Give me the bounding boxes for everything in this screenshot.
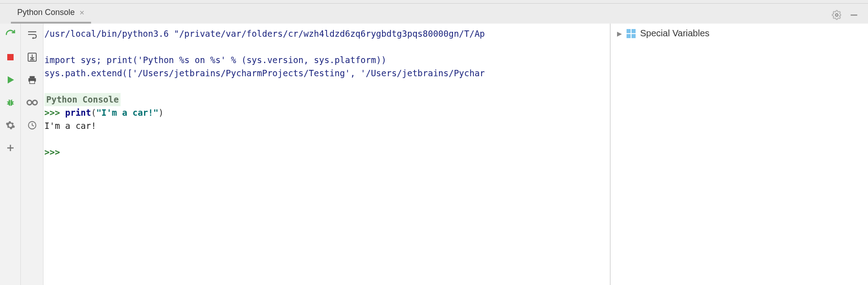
console-sys-line3: sys.path.extend(['/Users/jetbrains/Pycha…: [44, 68, 485, 78]
svg-line-9: [12, 104, 14, 104]
console-output[interactable]: /usr/local/bin/python3.6 "/private/var/f…: [43, 24, 610, 285]
special-variables-row[interactable]: ▶ Special Variables: [617, 28, 862, 39]
left-action-gutter: [0, 24, 21, 285]
svg-line-6: [7, 102, 9, 102]
main-panel: /usr/local/bin/python3.6 "/private/var/f…: [0, 24, 868, 285]
svg-rect-18: [29, 76, 34, 79]
svg-rect-1: [851, 15, 858, 15]
show-variables-icon[interactable]: [26, 96, 39, 109]
svg-line-7: [12, 102, 14, 102]
tab-bar: Python Console ✕: [0, 4, 868, 24]
console-action-gutter: [21, 24, 43, 285]
settings-cog-icon[interactable]: [4, 119, 17, 132]
debug-icon[interactable]: [4, 96, 17, 109]
variables-group-icon: [627, 29, 636, 38]
console-sys-line1: /usr/local/bin/python3.6 "/private/var/f…: [44, 29, 485, 39]
expand-icon[interactable]: ▶: [617, 30, 622, 37]
prompt-marker-empty: >>>: [44, 147, 65, 157]
svg-rect-20: [29, 81, 34, 84]
run-icon[interactable]: [4, 74, 17, 86]
history-icon[interactable]: [26, 119, 39, 132]
variables-panel: ▶ Special Variables: [611, 24, 868, 285]
svg-line-8: [7, 104, 9, 104]
minimize-icon[interactable]: [849, 10, 859, 20]
console-title: Python Console: [44, 93, 121, 106]
close-icon[interactable]: ✕: [79, 9, 85, 16]
svg-line-11: [11, 100, 12, 101]
console-output-line: I'm a car!: [44, 121, 96, 131]
rerun-icon[interactable]: [4, 28, 17, 41]
window-top-strip: [0, 0, 868, 4]
gear-icon[interactable]: [832, 10, 842, 20]
special-variables-label: Special Variables: [640, 28, 709, 39]
svg-rect-2: [7, 54, 14, 60]
soft-wrap-icon[interactable]: [26, 28, 39, 41]
tab-python-console[interactable]: Python Console ✕: [11, 3, 91, 24]
stop-icon[interactable]: [4, 51, 17, 64]
svg-marker-3: [8, 76, 14, 84]
print-icon[interactable]: [26, 74, 39, 86]
add-icon[interactable]: [4, 142, 17, 154]
svg-point-21: [27, 100, 32, 105]
console-command: print("I'm a car!"): [65, 108, 164, 118]
svg-line-10: [9, 100, 10, 101]
prompt-marker: >>>: [44, 108, 65, 118]
svg-point-0: [835, 14, 838, 16]
svg-point-22: [33, 100, 37, 105]
console-sys-line2: import sys; print('Python %s on %s' % (s…: [44, 55, 386, 65]
tab-bar-controls: [832, 10, 863, 24]
tab-label: Python Console: [17, 8, 75, 17]
scroll-to-end-icon[interactable]: [26, 51, 39, 64]
